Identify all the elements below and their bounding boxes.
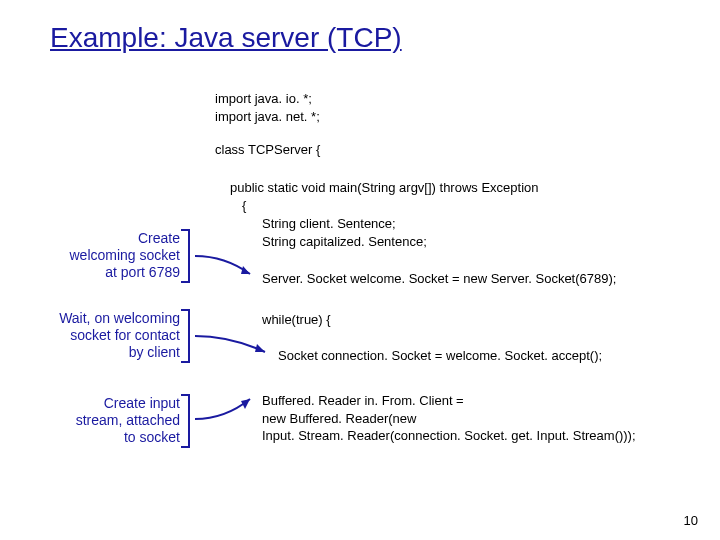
import-line: import java. io. *;: [215, 90, 320, 108]
annot-line: Create: [15, 230, 180, 247]
annot-line: by client: [10, 344, 180, 361]
code-line: new Buffered. Reader(new: [262, 410, 636, 428]
main-signature: public static void main(String argv[]) t…: [230, 180, 539, 195]
page-number: 10: [684, 513, 698, 528]
arrow-icon: [195, 330, 277, 358]
while-line: while(true) {: [262, 312, 331, 327]
annot-line: to socket: [40, 429, 180, 446]
string-decls: String client. Sentence; String capitali…: [262, 215, 427, 250]
arrow-icon: [195, 252, 265, 280]
import-line: import java. net. *;: [215, 108, 320, 126]
annot-line: Wait, on welcoming: [10, 310, 180, 327]
code-line: Buffered. Reader in. From. Client =: [262, 392, 636, 410]
annotation-wait-contact: Wait, on welcoming socket for contact by…: [10, 310, 180, 360]
bracket-icon: [181, 308, 191, 364]
annot-line: at port 6789: [15, 264, 180, 281]
annot-line: stream, attached: [40, 412, 180, 429]
code-line: Input. Stream. Reader(connection. Socket…: [262, 427, 636, 445]
slide-title: Example: Java server (TCP): [50, 22, 402, 54]
imports-block: import java. io. *; import java. net. *;: [215, 90, 320, 125]
annotation-input-stream: Create input stream, attached to socket: [40, 395, 180, 445]
annot-line: Create input: [40, 395, 180, 412]
buffered-reader-block: Buffered. Reader in. From. Client = new …: [262, 392, 636, 445]
arrow-icon: [195, 395, 265, 423]
open-brace: {: [242, 198, 246, 213]
bracket-icon: [181, 228, 191, 284]
annot-line: welcoming socket: [15, 247, 180, 264]
annot-line: socket for contact: [10, 327, 180, 344]
bracket-icon: [181, 393, 191, 449]
code-line: String client. Sentence;: [262, 215, 427, 233]
class-declaration: class TCPServer {: [215, 142, 320, 157]
svg-marker-0: [241, 266, 250, 274]
welcome-socket-line: Server. Socket welcome. Socket = new Ser…: [262, 271, 616, 286]
code-line: String capitalized. Sentence;: [262, 233, 427, 251]
svg-marker-1: [255, 344, 265, 352]
annotation-create-welcoming: Create welcoming socket at port 6789: [15, 230, 180, 280]
connection-socket-line: Socket connection. Socket = welcome. Soc…: [278, 348, 602, 363]
